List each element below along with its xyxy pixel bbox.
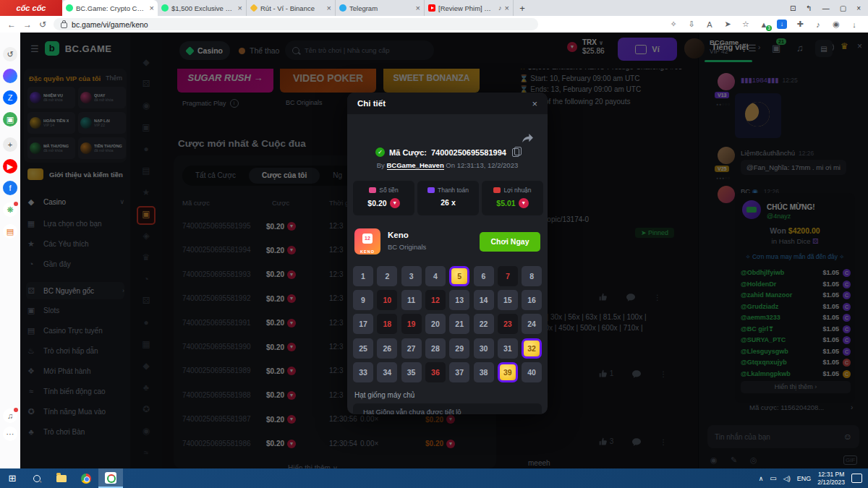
stat-label: Số tiền <box>379 187 398 194</box>
modal-title: Chi tiết <box>357 99 386 108</box>
copy-icon[interactable] <box>512 148 519 157</box>
server-seed-value: Hạt Giống vẫn chưa được tiết lộ <box>353 403 542 414</box>
tab-close-icon[interactable]: × <box>238 4 242 12</box>
keno-cell: 34 <box>377 362 397 382</box>
browser-tab[interactable]: [Review Phim] HÀO QUA♪× <box>425 0 514 16</box>
youtube-icon[interactable]: ▶ <box>3 159 17 174</box>
new-tab-button[interactable]: + <box>514 0 531 16</box>
youtube-favicon-icon <box>428 4 435 12</box>
bell-icon[interactable]: ♫ <box>3 408 17 423</box>
keno-cell: 9 <box>353 290 373 310</box>
minimize-button[interactable]: — <box>822 4 830 12</box>
browser-sidebar: ↺Z▣+▶f❋▤♫⋯ <box>0 33 21 468</box>
key-icon[interactable]: ✧ <box>668 20 678 29</box>
tab-title: Rút - Ví - Binance <box>260 4 324 12</box>
close-modal-icon[interactable]: × <box>532 98 537 109</box>
taskbar-search-icon[interactable] <box>25 468 49 488</box>
speaker-icon[interactable]: ◁) <box>783 475 791 482</box>
keno-cell: 27 <box>401 338 422 359</box>
media-control-icon[interactable]: ♪ <box>813 20 823 29</box>
bet-meta-line: By BCGame_Heaven On 12:31:13, 12/2/2023 <box>347 161 548 169</box>
notification-dot <box>14 202 18 206</box>
browser-tab[interactable]: Rút - Ví - Binance× <box>247 0 336 16</box>
tab-close-icon[interactable]: × <box>327 4 331 12</box>
bookmark-star-icon[interactable]: ☆ <box>741 20 751 29</box>
extensions-icon[interactable]: ✚ <box>795 20 805 29</box>
stat-icon <box>369 187 376 193</box>
browser-tab[interactable]: BC.Game: Crypto Casino Gan× <box>62 0 158 16</box>
lock-icon[interactable] <box>61 22 67 28</box>
keno-cell: 1 <box>353 266 373 286</box>
url-input[interactable]: bc.game/vi/game/keno <box>54 18 538 30</box>
stat-label: Thanh toán <box>438 187 469 194</box>
translate-icon[interactable]: A <box>705 20 715 29</box>
tab-audio-icon[interactable]: ♪ <box>498 4 502 12</box>
keno-cell-drawn: 7 <box>498 266 518 286</box>
tab-close-icon[interactable]: × <box>505 4 509 12</box>
file-explorer-icon[interactable] <box>49 468 74 488</box>
share-icon[interactable]: ➤ <box>723 20 733 29</box>
keno-cell: 28 <box>425 338 446 359</box>
more-icon[interactable]: ⋯ <box>3 427 17 441</box>
reload-icon[interactable]: ↺ <box>39 20 46 30</box>
clock[interactable]: 12:31 PM2/12/2023 <box>817 471 845 486</box>
language-indicator[interactable]: ENG <box>797 475 812 482</box>
keno-cell: 22 <box>474 314 494 334</box>
game-card: 12 KENO Keno BC Originals Chơi Ngay <box>354 228 540 256</box>
browser-logo[interactable]: cốc cốc <box>0 0 62 16</box>
screen: cốc cốc BC.Game: Crypto Casino Gan×$1,50… <box>0 0 868 488</box>
downloads-icon[interactable]: ↓ <box>849 20 859 29</box>
close-button[interactable]: × <box>856 4 861 12</box>
shield-badge-icon[interactable]: ▲3 <box>759 20 769 29</box>
keno-cell: 24 <box>522 314 542 334</box>
keno-cell: 38 <box>474 362 494 382</box>
messenger-icon[interactable] <box>3 69 17 83</box>
browser-tabs: BC.Game: Crypto Casino Gan×$1,500 Exclus… <box>62 0 514 16</box>
stat-icon <box>427 187 435 193</box>
tab-close-icon[interactable]: × <box>416 4 420 12</box>
download-box-icon[interactable]: ↓ <box>777 20 787 29</box>
maximize-button[interactable]: ▢ <box>840 4 846 12</box>
keno-cell-hit: 32 <box>522 338 542 359</box>
back-icon[interactable]: ← <box>7 20 16 30</box>
stat-label: Lợi nhuận <box>503 187 531 194</box>
keno-cell-drawn: 18 <box>377 314 397 334</box>
shield-count-badge: 3 <box>766 25 772 31</box>
game-provider: BC Originals <box>388 243 426 251</box>
browser-address-bar: ← → ↺ bc.game/vi/game/keno ✧⇩A➤☆▲3↓✚♪◉↓ <box>0 16 868 33</box>
start-button[interactable]: ⊞ <box>0 468 25 488</box>
share-icon[interactable] <box>522 133 533 146</box>
bet-author-link[interactable]: BCGame_Heaven <box>387 161 444 170</box>
facebook-icon[interactable]: f <box>3 181 17 195</box>
profile-icon[interactable]: ◉ <box>831 20 841 29</box>
tab-close-icon[interactable]: × <box>150 4 154 12</box>
save-page-icon[interactable]: ⇩ <box>686 20 697 29</box>
reading-mode-icon[interactable]: ⊡ <box>790 4 796 12</box>
coccoc-app-icon[interactable] <box>98 468 123 488</box>
chrome-icon[interactable] <box>74 468 98 488</box>
server-seed-label: Hạt giống máy chủ <box>354 391 414 399</box>
keno-cell: 14 <box>474 290 494 310</box>
keno-cell: 16 <box>522 290 542 310</box>
games-icon[interactable]: ▣ <box>3 112 17 127</box>
bcgame-favicon-icon <box>66 4 73 12</box>
action-center-icon[interactable] <box>851 474 862 483</box>
keno-cell: 17 <box>353 314 373 334</box>
browser-tab[interactable]: $1,500 Exclusive Weekend Ke× <box>158 0 247 16</box>
keno-game-icon[interactable]: 12 KENO <box>354 228 380 254</box>
add-sidebar-icon[interactable]: + <box>3 137 17 152</box>
cart-icon[interactable]: ▤ <box>3 224 17 239</box>
keno-cell: 35 <box>401 362 422 382</box>
history-icon[interactable]: ↺ <box>3 47 17 61</box>
tab-search-icon[interactable]: ↰ <box>806 4 812 12</box>
keno-cell: 13 <box>449 290 469 310</box>
tray-expand-icon[interactable]: ∧ <box>759 475 764 482</box>
keno-cell: 20 <box>425 314 446 334</box>
browser-tab[interactable]: Telegram× <box>336 0 425 16</box>
forward-icon[interactable]: → <box>23 20 32 30</box>
zalo-icon[interactable]: Z <box>3 90 17 105</box>
keno-cell: 31 <box>498 338 518 359</box>
play-now-button[interactable]: Chơi Ngay <box>480 232 540 252</box>
network-icon[interactable]: ▭ <box>770 474 776 482</box>
sticker-icon[interactable]: ❋ <box>3 202 17 217</box>
